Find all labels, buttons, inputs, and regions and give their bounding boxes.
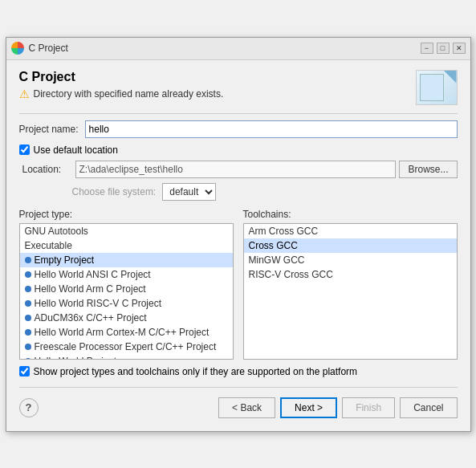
list-item-dot [25, 286, 31, 292]
list-item[interactable]: Executable [20, 238, 233, 253]
eclipse-icon [11, 42, 24, 55]
project-type-list[interactable]: GNU Autotools Executable Empty Project H… [19, 223, 234, 360]
cancel-button[interactable]: Cancel [400, 397, 457, 418]
dialog-content: C Project ⚠ Directory with specified nam… [6, 60, 470, 431]
use-default-location-row: Use default location [19, 144, 458, 156]
list-item-dot [25, 300, 31, 307]
location-row: Location: Browse... [19, 161, 458, 178]
list-item[interactable]: Hello World Project [20, 354, 233, 360]
project-name-row: Project name: [19, 120, 458, 138]
list-item-mingw-gcc[interactable]: MinGW GCC [244, 253, 457, 267]
list-item-arm-cross-gcc[interactable]: Arm Cross GCC [244, 224, 457, 238]
project-type-label: Project type: [19, 209, 234, 220]
footer-divider [19, 387, 458, 388]
list-item-dot [25, 271, 31, 278]
button-bar: ? < Back Next > Finish Cancel [19, 394, 458, 421]
warning-row: ⚠ Directory with specified name already … [19, 87, 408, 100]
filesystem-select[interactable]: default [162, 183, 216, 201]
toolchains-list[interactable]: Arm Cross GCC Cross GCC MinGW GCC RISC-V… [243, 223, 458, 360]
list-item-text: Empty Project [35, 254, 95, 266]
nav-buttons: < Back Next > Finish Cancel [218, 397, 457, 418]
toolchains-column: Toolchains: Arm Cross GCC Cross GCC MinG… [243, 209, 458, 360]
header-text: C Project ⚠ Directory with specified nam… [19, 70, 408, 100]
finish-button[interactable]: Finish [342, 397, 395, 418]
list-item-text: MinGW GCC [249, 254, 305, 266]
page-title: C Project [19, 70, 408, 84]
dialog-window: C Project − □ ✕ C Project ⚠ Directory wi… [6, 37, 471, 432]
list-item-text: Hello World ANSI C Project [35, 269, 151, 280]
list-item-text: Hello World Arm C Project [35, 283, 146, 295]
list-item-dot [25, 315, 31, 321]
supported-platform-label: Show project types and toolchains only i… [34, 366, 358, 377]
list-item[interactable]: Hello World Arm Cortex-M C/C++ Project [20, 325, 233, 340]
list-item[interactable]: Freescale Processor Expert C/C++ Project [20, 340, 233, 354]
list-item-dot [25, 358, 31, 360]
list-item-text: GNU Autotools [25, 226, 88, 237]
browse-button[interactable]: Browse... [399, 161, 457, 178]
list-item-riscv-cross-gcc[interactable]: RISC-V Cross GCC [244, 267, 457, 282]
list-item-cross-gcc[interactable]: Cross GCC [244, 238, 457, 253]
list-item[interactable]: Hello World RISC-V C Project [20, 296, 233, 311]
bottom-checkbox-row: Show project types and toolchains only i… [19, 366, 458, 377]
maximize-button[interactable]: □ [437, 43, 450, 54]
list-item[interactable]: Hello World ANSI C Project [20, 267, 233, 282]
supported-platform-checkbox[interactable] [19, 366, 30, 376]
titlebar-title: C Project [29, 43, 421, 54]
titlebar-buttons: − □ ✕ [421, 43, 466, 54]
top-divider [19, 113, 458, 114]
project-name-input[interactable] [85, 120, 458, 138]
list-item-dot [25, 329, 31, 336]
list-item-dot [25, 257, 31, 263]
minimize-button[interactable]: − [421, 43, 433, 54]
list-item-text: Hello World Project [35, 356, 116, 360]
filesystem-row: Choose file system: default [19, 183, 458, 201]
list-item-text: RISC-V Cross GCC [249, 269, 333, 280]
location-input[interactable] [75, 161, 397, 178]
warning-text: Directory with specified name already ex… [34, 88, 224, 100]
list-item-text: Arm Cross GCC [249, 226, 319, 237]
list-item[interactable]: ADuCM36x C/C++ Project [20, 311, 233, 325]
list-item-text: Freescale Processor Expert C/C++ Project [35, 341, 217, 352]
columns-section: Project type: GNU Autotools Executable E… [19, 209, 458, 360]
warning-icon: ⚠ [19, 87, 30, 100]
close-button[interactable]: ✕ [453, 43, 466, 54]
use-default-location-label: Use default location [34, 144, 118, 156]
header-image [416, 70, 458, 105]
list-item[interactable]: Hello World Arm C Project [20, 282, 233, 296]
next-button[interactable]: Next > [280, 397, 337, 418]
list-item[interactable]: GNU Autotools [20, 224, 233, 238]
list-item-text: Hello World RISC-V C Project [35, 298, 161, 309]
list-item-text: Hello World Arm Cortex-M C/C++ Project [35, 327, 210, 338]
location-label: Location: [22, 164, 69, 175]
project-type-column: Project type: GNU Autotools Executable E… [19, 209, 234, 360]
list-item-empty-project[interactable]: Empty Project [20, 253, 233, 267]
filesystem-label: Choose file system: [22, 186, 157, 197]
titlebar: C Project − □ ✕ [6, 38, 470, 60]
list-item-dot [25, 344, 31, 350]
list-item-text: Cross GCC [249, 240, 298, 251]
toolchains-label: Toolchains: [243, 209, 458, 220]
use-default-location-checkbox[interactable] [19, 144, 30, 155]
header-section: C Project ⚠ Directory with specified nam… [19, 70, 458, 105]
project-name-label: Project name: [19, 124, 79, 135]
list-item-text: ADuCM36x C/C++ Project [35, 312, 147, 324]
back-button[interactable]: < Back [218, 397, 275, 418]
list-item-text: Executable [25, 240, 72, 251]
help-button[interactable]: ? [19, 398, 39, 417]
